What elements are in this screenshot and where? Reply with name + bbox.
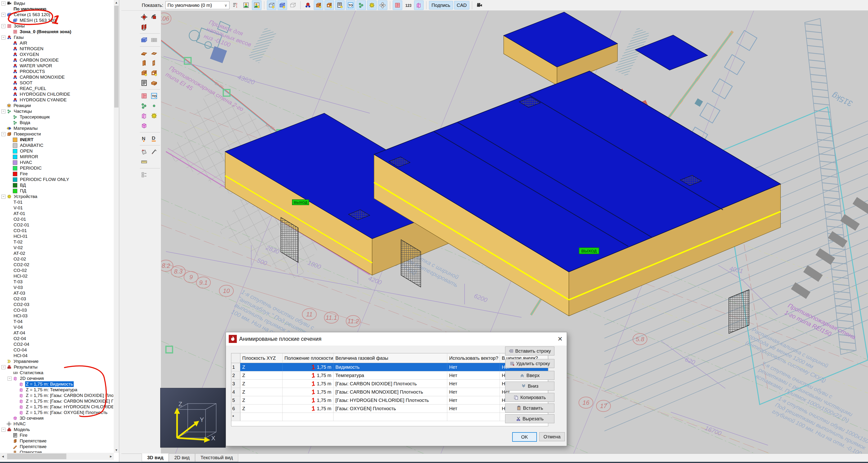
close-icon[interactable]: ✕ (555, 334, 565, 344)
tab-3d-вид[interactable]: 3D вид (142, 454, 169, 462)
column-header[interactable]: Плоскость XYZ (240, 353, 283, 363)
table-row[interactable]: 5Z11,75 m[Газы: HYDROGEN CHLORIDE] Плотн… (231, 396, 548, 404)
plane-cell[interactable]: Z (240, 388, 283, 396)
column-header[interactable]: Положение плоскости (283, 353, 334, 363)
tree-item[interactable]: −Результаты (0, 364, 113, 370)
tree-item[interactable]: Зона_0 (Внешняя зона) (0, 29, 113, 35)
slab-hole-icon[interactable] (150, 49, 158, 57)
empty-cell[interactable] (447, 413, 500, 421)
molecule-icon[interactable] (303, 0, 313, 10)
table-row[interactable]: 4Z11,75 m[Газы: CARBON MONOXIDE] Плотнос… (231, 388, 548, 396)
tree-item[interactable]: −Поверхности (0, 131, 113, 137)
tree-item[interactable]: MIRROR (0, 154, 113, 160)
doc-icon[interactable] (335, 0, 345, 10)
vector-cell[interactable]: Нет (447, 371, 500, 379)
tree-item[interactable]: HCl-03 (0, 313, 113, 319)
position-cell[interactable]: 11,75 m (283, 379, 334, 388)
scroll-left-icon[interactable]: ◄ (0, 453, 6, 460)
person-bulb-icon[interactable] (252, 0, 261, 10)
gear-icon[interactable] (150, 111, 158, 120)
tree-item[interactable]: HCl-04 (0, 353, 113, 359)
plane-cell[interactable]: Z (240, 371, 283, 379)
tree-item[interactable]: CO-04 (0, 347, 113, 353)
tree-item[interactable]: HYDROGEN CHLORIDE (0, 91, 113, 97)
ruler-icon[interactable] (140, 158, 148, 166)
rotate-icon[interactable] (150, 13, 158, 21)
quantity-cell[interactable]: Температура (334, 371, 447, 379)
table-new-row[interactable]: * (231, 413, 548, 421)
quantity-cell[interactable]: Видимость (334, 363, 447, 371)
table-row[interactable]: 1Z11,75 mВидимостьНетНет (231, 363, 548, 371)
mesh-solid-icon[interactable] (278, 0, 287, 10)
new-row-marker[interactable]: * (231, 413, 240, 421)
tree-vertical-scrollbar[interactable]: ▲ ▼ (114, 0, 119, 453)
tree-item[interactable]: −Виды (0, 0, 113, 6)
tree-item[interactable]: ПД (0, 188, 113, 194)
tree-item[interactable]: Препятствие (0, 444, 113, 450)
position-cell[interactable]: 11,75 m (283, 363, 334, 371)
tree-expander-icon[interactable]: − (1, 35, 5, 39)
vector-cell[interactable]: Нет (447, 396, 500, 404)
tree-item[interactable]: CO-03 (0, 307, 113, 313)
tree-item[interactable]: MESH (1 563 120) (0, 18, 113, 23)
quantity-cell[interactable]: [Газы: CARBON DIOXIDE] Плотность (334, 379, 447, 388)
tree-item[interactable]: CARBON DIOXIDE (0, 57, 113, 63)
tree-expander-icon[interactable]: − (1, 24, 5, 28)
tree-item[interactable]: CO-02 (0, 268, 113, 273)
cancel-button[interactable]: Отмена (539, 432, 565, 441)
vector-cell[interactable]: Нет (447, 363, 500, 371)
axis-orientation-widget[interactable]: Z Y X (160, 388, 226, 448)
tree-item[interactable]: 123Статистика (0, 370, 113, 375)
gear-icon[interactable] (367, 0, 377, 10)
person-icon[interactable] (241, 0, 251, 10)
pipette-icon[interactable] (150, 147, 158, 156)
tree-item[interactable]: O2-04 (0, 336, 113, 341)
row-number-cell[interactable]: 1 (231, 363, 240, 371)
tree-item[interactable]: V-03 (0, 285, 113, 290)
empty-cell[interactable] (334, 413, 447, 421)
tree-item[interactable]: Трассировщик (0, 114, 113, 120)
tree-item[interactable]: Препятствие (0, 438, 113, 444)
position-cell[interactable]: 11,75 m (283, 404, 334, 412)
mesh-icon[interactable] (140, 36, 148, 44)
tree-item[interactable]: SOOT (0, 80, 113, 86)
to-icon[interactable]: TO (150, 92, 158, 100)
box-hole-icon[interactable] (150, 69, 158, 77)
tree-item[interactable]: Fire (0, 171, 113, 177)
tree-expander-icon[interactable]: − (8, 376, 11, 381)
tree-item[interactable]: PRODUCTS (0, 69, 113, 74)
tree-item[interactable]: Fire (0, 432, 113, 438)
plane-cell[interactable]: Z (240, 404, 283, 412)
plane-cell[interactable]: Z (240, 363, 283, 371)
tree-item[interactable]: Z = 1,75 m: Видимость (0, 381, 113, 387)
tree-item[interactable]: V-04 (0, 325, 113, 330)
vector-cell[interactable]: Нет (447, 379, 500, 388)
mesh-gray-icon[interactable] (288, 0, 298, 10)
camera-icon[interactable] (475, 0, 484, 10)
up-button[interactable]: Вверх (505, 371, 554, 380)
tree-item[interactable]: ВД (0, 183, 113, 188)
tree-item[interactable]: AT-04 (0, 330, 113, 336)
grid-icon[interactable] (150, 36, 158, 44)
quantity-cell[interactable]: [Газы: CARBON MONOXIDE] Плотность (334, 388, 447, 396)
paste-button[interactable]: Вставить (505, 403, 554, 412)
ok-button[interactable]: OK (512, 432, 537, 442)
column-header[interactable]: Использовать вектор? (447, 353, 500, 363)
sort-icon[interactable]: 21 (230, 0, 240, 10)
tree-item[interactable]: REAC_FUEL (0, 86, 113, 91)
scroll-down-icon[interactable]: ▼ (114, 448, 119, 453)
tree-item[interactable]: −Модель (0, 427, 113, 432)
to-icon[interactable]: TO (346, 0, 355, 10)
table-row[interactable]: 6Z11,75 m[Газы: OXYGEN] ПлотностьНетНет (231, 404, 548, 413)
vector-cell[interactable]: Нет (447, 388, 500, 396)
row-number-cell[interactable]: 6 (231, 404, 240, 412)
tree-item[interactable]: Z = 1,75 m: [Газы: HYDROGEN CHLORIDE] Пл… (0, 404, 113, 410)
tree-item[interactable]: HVAC (0, 160, 113, 165)
table-row[interactable]: 3Z11,75 m[Газы: CARBON DIOXIDE] Плотност… (231, 379, 548, 388)
tree-item[interactable]: AT-02 (0, 251, 113, 256)
tree-item[interactable]: T-03 (0, 279, 113, 285)
empty-cell[interactable] (240, 413, 283, 421)
firedoc-icon[interactable] (140, 79, 148, 87)
tree-item[interactable]: −Устройства (0, 194, 113, 199)
tree-item[interactable]: T-02 (0, 239, 113, 245)
